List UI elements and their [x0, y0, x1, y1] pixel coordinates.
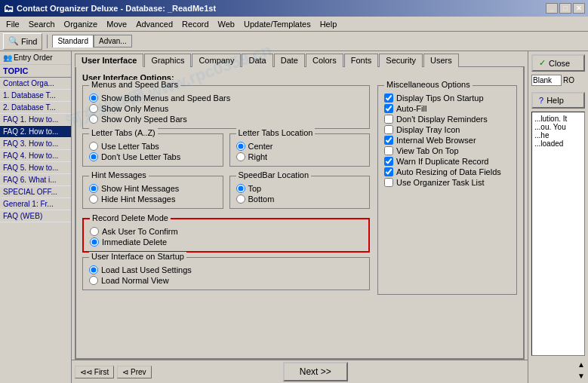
menu-move[interactable]: Move: [102, 18, 131, 30]
tab-data[interactable]: Data: [242, 54, 272, 67]
close-window-button[interactable]: ✕: [573, 3, 585, 14]
radio-immediate-delete[interactable]: Immediate Delete: [90, 237, 362, 247]
letter-tabs-location-group: Letter Tabs Location Center Right: [229, 133, 371, 167]
list-item[interactable]: General 1: Fr...: [0, 198, 71, 210]
tab-security[interactable]: Security: [379, 54, 423, 67]
menu-organize[interactable]: Organize: [60, 18, 103, 30]
misc-options-title: Miscellaneous Options: [384, 80, 473, 89]
dialog-content: User Interface Options: Menus and Speed …: [75, 66, 525, 360]
standard-tab[interactable]: Standard: [52, 35, 94, 47]
misc-options-group: Miscellaneous Options Display Tips On St…: [377, 85, 517, 295]
speedbar-location-title: SpeedBar Location: [236, 170, 312, 179]
blank-input[interactable]: [531, 75, 562, 86]
radio-no-letter-tabs[interactable]: Don't Use Letter Tabs: [89, 152, 217, 161]
speedbar-location-group: SpeedBar Location Top Bottom: [229, 176, 371, 209]
list-item[interactable]: SPECIAL OFF...: [0, 186, 71, 198]
list-item[interactable]: 1. Database T...: [0, 90, 71, 102]
hint-messages-group: Hint Messages Show Hint Messages Hide Hi…: [82, 176, 223, 209]
list-item[interactable]: 2. Database T...: [0, 102, 71, 114]
entry-order[interactable]: 👥 Entry Order: [0, 51, 71, 65]
tab-fonts[interactable]: Fonts: [344, 54, 379, 67]
scroll-up-icon[interactable]: ▲: [577, 360, 585, 369]
chk-auto-resize[interactable]: Auto Resizing of Data Fields: [384, 167, 510, 176]
tab-users[interactable]: Users: [423, 54, 459, 67]
minimize-button[interactable]: _: [546, 3, 558, 14]
chk-internal-web[interactable]: Internal Web Browser: [384, 136, 510, 145]
tab-company[interactable]: Company: [192, 54, 241, 67]
help-button[interactable]: ? Help: [531, 92, 585, 109]
nav-buttons-left: ⊲⊲ First ⊲ Prev: [75, 366, 152, 378]
menu-record[interactable]: Record: [177, 18, 213, 30]
help-text-area: ...lution. It ...ou. You ...he ...loaded: [531, 112, 585, 356]
ui-startup-group: User Interface on Startup Load Last Used…: [82, 257, 370, 290]
tab-user-interface[interactable]: User Interface: [75, 54, 143, 67]
menu-web[interactable]: Web: [214, 18, 239, 30]
hint-messages-title: Hint Messages: [89, 170, 149, 179]
list-item-selected[interactable]: FAQ 2. How to...: [0, 126, 71, 138]
check-icon: ✓: [539, 58, 546, 68]
radio-show-hints[interactable]: Show Hint Messages: [89, 184, 217, 193]
ro-label: RO: [563, 76, 574, 84]
topic-list: Contact Orga... 1. Database T... 2. Data…: [0, 78, 71, 383]
chk-display-tips[interactable]: Display Tips On Startup: [384, 93, 510, 103]
letter-tabs-title: Letter Tabs (A..Z): [89, 128, 158, 137]
right-panel: ✓ Close RO ? Help ...lution. It ...ou. Y…: [528, 51, 588, 383]
title-bar: 🗂 Contact Organizer Deluxe - Database: _…: [0, 0, 588, 17]
window-title: Contact Organizer Deluxe - Database: _Re…: [17, 4, 216, 13]
topic-header: TOPIC: [0, 65, 71, 78]
close-button[interactable]: ✓ Close: [531, 54, 585, 72]
list-item[interactable]: FAQ 4. How to...: [0, 150, 71, 162]
list-item[interactable]: FAQ (WEB): [0, 210, 71, 222]
radio-top[interactable]: Top: [236, 184, 364, 193]
left-panel: 👥 Entry Order TOPIC Contact Orga... 1. D…: [0, 51, 72, 383]
chk-warn-duplicate[interactable]: Warn If Duplicate Record: [384, 157, 510, 166]
maximize-button[interactable]: □: [559, 3, 571, 14]
first-button[interactable]: ⊲⊲ First: [75, 366, 114, 378]
chk-view-tab-top[interactable]: View Tab On Top: [384, 146, 510, 155]
chk-auto-fill[interactable]: Auto-Fill: [384, 104, 510, 113]
advanced-tab[interactable]: Advan...: [94, 35, 132, 47]
menu-search[interactable]: Search: [24, 18, 60, 30]
menu-help[interactable]: Help: [316, 18, 342, 30]
menus-speed-bars-group: Menus and Speed Bars Show Both Menus and…: [82, 85, 370, 129]
radio-right[interactable]: Right: [236, 152, 364, 161]
tab-colors[interactable]: Colors: [306, 54, 343, 67]
find-button[interactable]: 🔍 Find: [3, 33, 42, 50]
bottom-nav: ⊲⊲ First ⊲ Prev Next >>: [72, 360, 528, 383]
search-icon: 🔍: [8, 36, 19, 46]
radio-show-menus[interactable]: Show Only Menus: [89, 104, 363, 113]
list-item[interactable]: FAQ 5. How to...: [0, 162, 71, 174]
scroll-down-icon[interactable]: ▼: [577, 372, 585, 380]
dialog-tabs: User Interface Graphics Company Data Dat…: [72, 51, 528, 66]
chk-display-tray[interactable]: Display Tray Icon: [384, 125, 510, 134]
menu-update[interactable]: Update/Templates: [239, 18, 316, 30]
radio-center[interactable]: Center: [236, 142, 364, 151]
letter-tabs-location-title: Letter Tabs Location: [236, 128, 316, 137]
list-item[interactable]: FAQ 6. What i...: [0, 174, 71, 186]
tab-date[interactable]: Date: [274, 54, 305, 67]
tab-graphics[interactable]: Graphics: [144, 54, 191, 67]
radio-show-both[interactable]: Show Both Menus and Speed Bars: [89, 93, 363, 103]
menu-bar: File Search Organize Move Advanced Recor…: [0, 17, 588, 32]
chk-organizer-task[interactable]: Use Organizer Task List: [384, 178, 510, 187]
list-item[interactable]: FAQ 1. How to...: [0, 114, 71, 126]
prev-button[interactable]: ⊲ Prev: [117, 366, 151, 378]
menus-speed-bars-title: Menus and Speed Bars: [89, 80, 180, 89]
radio-load-last[interactable]: Load Last Used Settings: [89, 265, 363, 274]
radio-bottom[interactable]: Bottom: [236, 195, 364, 204]
ui-startup-title: User Interface on Startup: [89, 252, 186, 261]
toolbar: 🔍 Find Standard Advan...: [0, 32, 588, 51]
radio-ask-confirm[interactable]: Ask User To Confirm: [90, 227, 362, 236]
radio-show-speedbars[interactable]: Show Only Speed Bars: [89, 115, 363, 124]
letter-tabs-group: Letter Tabs (A..Z) Use Letter Tabs Don't…: [82, 133, 223, 167]
menu-advanced[interactable]: Advanced: [131, 18, 177, 30]
chk-dont-display-reminders[interactable]: Don't Display Reminders: [384, 115, 510, 124]
radio-use-letter-tabs[interactable]: Use Letter Tabs: [89, 142, 217, 151]
list-item[interactable]: Contact Orga...: [0, 78, 71, 90]
next-button[interactable]: Next >>: [283, 362, 348, 381]
center-panel: User Interface Graphics Company Data Dat…: [72, 51, 528, 383]
list-item[interactable]: FAQ 3. How to...: [0, 138, 71, 150]
radio-hide-hints[interactable]: Hide Hint Messages: [89, 195, 217, 204]
menu-file[interactable]: File: [2, 18, 24, 30]
radio-load-normal[interactable]: Load Normal View: [89, 276, 363, 285]
